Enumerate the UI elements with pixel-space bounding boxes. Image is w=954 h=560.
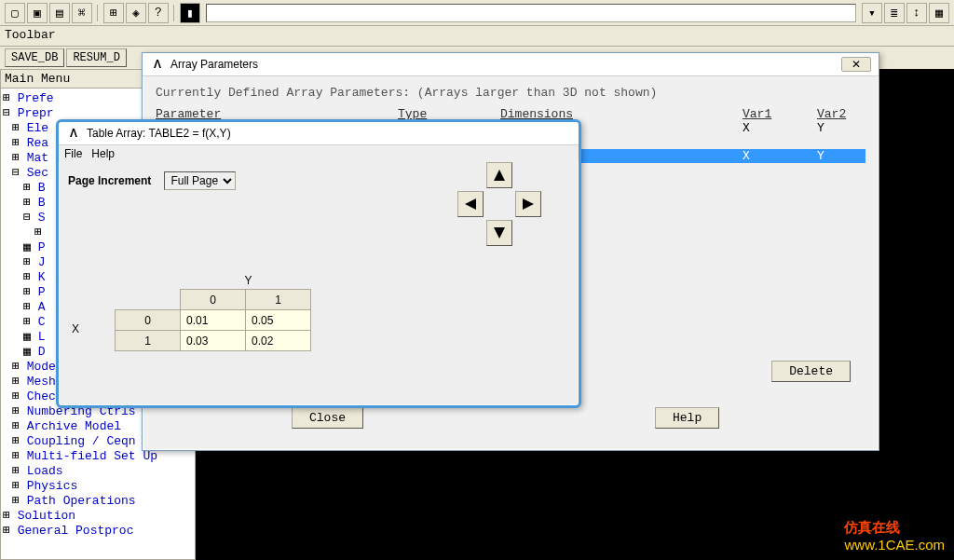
- arrow-left-button[interactable]: [457, 191, 484, 217]
- svg-marker-0: [494, 170, 505, 181]
- toolbar-icon-10[interactable]: ▦: [929, 3, 949, 23]
- blank-cell: [116, 290, 181, 310]
- toolbar-label: Toolbar: [5, 28, 56, 42]
- delete-button[interactable]: Delete: [771, 361, 851, 382]
- toolbar-icon-4[interactable]: ⌘: [72, 3, 92, 23]
- arrow-right-button[interactable]: [515, 191, 541, 217]
- table-array-dialog: Λ Table Array: TABLE2 = f(X,Y) File Help…: [56, 119, 581, 408]
- toolbar-label-row: Toolbar: [0, 26, 954, 47]
- svg-marker-2: [465, 198, 476, 210]
- resum-d-button[interactable]: RESUM_D: [66, 48, 126, 67]
- dialog-titlebar[interactable]: Λ Array Parameters ✕: [143, 53, 879, 76]
- watermark: 仿真在线 www.1CAE.com: [844, 519, 945, 553]
- arrow-up-button[interactable]: [486, 162, 512, 188]
- command-input[interactable]: [206, 4, 856, 22]
- table-cell[interactable]: 0.02: [246, 331, 311, 351]
- menu-file[interactable]: File: [64, 147, 82, 160]
- col-var1: Var1: [743, 107, 817, 121]
- toolbar-icon-console[interactable]: ▮: [180, 3, 200, 23]
- col-header[interactable]: 0: [181, 290, 246, 310]
- navigation-pad: [457, 162, 541, 246]
- toolbar-divider: [97, 5, 99, 21]
- svg-marker-1: [494, 227, 505, 239]
- col-header[interactable]: 1: [246, 290, 311, 310]
- tree-item[interactable]: ⊞ Loads: [3, 463, 193, 478]
- tree-item[interactable]: ⊞ General Postproc: [3, 523, 193, 538]
- svg-marker-3: [523, 198, 534, 210]
- watermark-cn: 仿真在线: [844, 519, 900, 535]
- toolbar-icon-3[interactable]: ▤: [49, 3, 70, 23]
- menu-help[interactable]: Help: [91, 147, 115, 160]
- toolbar-icon-2[interactable]: ▣: [27, 3, 48, 23]
- toolbar-icon-9[interactable]: ↕: [906, 3, 927, 23]
- dialog-title: Table Array: TABLE2 = f(X,Y): [87, 127, 231, 140]
- app-icon: Λ: [66, 126, 81, 141]
- menubar: File Help: [59, 145, 579, 162]
- row-header[interactable]: 0: [116, 310, 181, 331]
- top-toolbar: ▢ ▣ ▤ ⌘ ⊞ ◈ ? ▮ ▾ ≣ ↕ ▦: [0, 0, 954, 26]
- table-cell[interactable]: 0.05: [246, 310, 311, 331]
- arrow-down-button[interactable]: [486, 220, 512, 246]
- close-button[interactable]: ✕: [841, 57, 871, 72]
- save-db-button[interactable]: SAVE_DB: [5, 48, 64, 67]
- table-cell[interactable]: 0.03: [181, 331, 246, 351]
- toolbar-icon-6[interactable]: ◈: [126, 3, 146, 23]
- toolbar-icon-5[interactable]: ⊞: [103, 3, 124, 23]
- watermark-url: www.1CAE.com: [844, 537, 945, 553]
- tree-item[interactable]: ⊞ Path Operations: [3, 493, 193, 508]
- col-var2: Var2: [817, 107, 873, 121]
- toolbar-dropdown-icon[interactable]: ▾: [862, 3, 882, 23]
- page-increment-label: Page Increment: [68, 174, 151, 187]
- y-axis-label: Y: [185, 274, 311, 287]
- app-icon: Λ: [150, 57, 165, 72]
- dialog-titlebar[interactable]: Λ Table Array: TABLE2 = f(X,Y): [59, 122, 579, 145]
- tree-item[interactable]: ⊞ Physics: [3, 478, 193, 493]
- toolbar-icon-8[interactable]: ≣: [884, 3, 905, 23]
- help-button[interactable]: Help: [655, 407, 719, 429]
- dialog-caption: Currently Defined Array Parameters: (Arr…: [156, 86, 865, 100]
- table-cell[interactable]: 0.01: [181, 310, 246, 331]
- data-table: Y X 0 1 0 0.01 0.05 1 0.03 0.02: [115, 274, 311, 351]
- x-axis-label: X: [72, 322, 79, 335]
- toolbar-divider-2: [173, 5, 175, 21]
- tree-item[interactable]: ⊞ Solution: [3, 508, 193, 523]
- row-header[interactable]: 1: [116, 331, 181, 351]
- toolbar-icon-1[interactable]: ▢: [5, 3, 25, 23]
- toolbar-icon-7[interactable]: ?: [148, 3, 169, 23]
- page-increment-select[interactable]: Full Page: [164, 171, 236, 190]
- dialog-title: Array Parameters: [170, 58, 258, 71]
- close-dialog-button[interactable]: Close: [292, 407, 363, 429]
